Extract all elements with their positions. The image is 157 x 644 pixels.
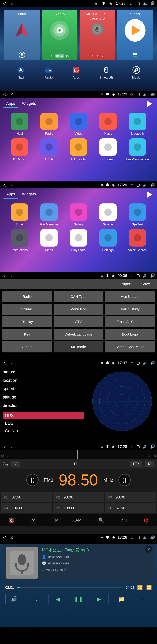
settings-touch-study[interactable]: Touch Study bbox=[105, 304, 155, 315]
home-icon[interactable]: ⌂ bbox=[10, 274, 15, 278]
next-icon[interactable]: ▷ bbox=[66, 54, 69, 58]
play-store-icon[interactable] bbox=[146, 100, 154, 108]
settings-key[interactable]: Key bbox=[2, 329, 52, 340]
home-icon[interactable]: ⌂ bbox=[10, 361, 15, 365]
brightness-icon[interactable]: ☼ bbox=[130, 92, 134, 96]
seek-down-button[interactable]: |⟨ bbox=[26, 474, 38, 486]
scale-marker[interactable] bbox=[77, 450, 78, 459]
volume-down-icon[interactable]: 🔉 bbox=[143, 535, 148, 540]
save-button[interactable]: Save bbox=[138, 280, 154, 288]
shuffle-icon[interactable]: 🔀 bbox=[137, 585, 143, 590]
brightness-icon[interactable]: ☼ bbox=[130, 274, 134, 278]
gps-system-galileo[interactable]: Galileo bbox=[3, 427, 84, 435]
app-settings[interactable]: Settings bbox=[94, 229, 121, 252]
volume-up-icon[interactable]: 🔊 bbox=[150, 92, 155, 96]
app-music[interactable]: Music bbox=[94, 113, 121, 136]
tab-widgets[interactable]: Widgets bbox=[19, 190, 38, 198]
app-chrome[interactable]: Chrome bbox=[94, 138, 121, 161]
play-store-icon[interactable] bbox=[146, 191, 154, 198]
band-button[interactable]: BAND bbox=[55, 54, 64, 58]
app-apkinstaller[interactable]: ApkInstaller bbox=[65, 138, 92, 161]
app-gallery[interactable]: Gallery bbox=[65, 204, 92, 226]
dock-music[interactable]: Music bbox=[132, 66, 140, 81]
app-file-manager[interactable]: File Manager bbox=[36, 204, 62, 226]
screen-off-icon[interactable]: ▢ bbox=[136, 535, 140, 540]
settings-mcu-update[interactable]: Mcu Update bbox=[105, 291, 155, 302]
app-gpstest[interactable]: GpsTest bbox=[124, 204, 151, 226]
prev-icon[interactable]: ◁ bbox=[50, 54, 53, 58]
home-icon[interactable]: ⌂ bbox=[10, 444, 15, 449]
settings-atv[interactable]: ATV bbox=[54, 316, 104, 327]
close-button[interactable]: ✕ bbox=[145, 546, 152, 553]
home-icon[interactable]: ⌂ bbox=[10, 92, 15, 96]
settings-radio[interactable]: Radio bbox=[2, 291, 52, 302]
back-icon[interactable]: ◁ bbox=[2, 535, 7, 540]
dock-radio[interactable]: Radio bbox=[44, 66, 53, 81]
volume-down-icon[interactable]: 🔉 bbox=[143, 183, 148, 187]
app-voice-search[interactable]: Voice Search bbox=[124, 229, 151, 252]
radio-card[interactable]: Radio ◁ BAND ▷ bbox=[42, 10, 78, 60]
dock-apps[interactable]: E5 Apps bbox=[72, 66, 80, 81]
app-maps[interactable]: Maps bbox=[36, 229, 62, 252]
back-icon[interactable]: ◁ bbox=[2, 274, 7, 278]
screen-off-icon[interactable]: ▢ bbox=[136, 444, 140, 449]
power-icon[interactable]: ⏻ bbox=[144, 517, 149, 523]
home-icon[interactable]: ⌂ bbox=[10, 1, 15, 6]
brightness-icon[interactable]: ☼ bbox=[130, 444, 134, 449]
back-icon[interactable]: ◁ bbox=[2, 183, 7, 187]
navi-card[interactable]: Navi bbox=[4, 10, 40, 60]
pin-icon[interactable] bbox=[19, 52, 25, 58]
settings-display[interactable]: Display bbox=[2, 316, 52, 327]
app-navi[interactable]: Navi bbox=[6, 113, 33, 136]
settings-menu-icon[interactable]: Menu Icon bbox=[54, 304, 104, 315]
settings-screen-shot-mode[interactable]: Screen Shot Mode bbox=[105, 341, 155, 352]
app-easyconnection[interactable]: EasyConnection bbox=[124, 138, 151, 161]
pty-button[interactable]: PTY bbox=[130, 461, 142, 467]
screen-off-icon[interactable]: ▢ bbox=[136, 183, 140, 187]
volume-up-icon[interactable]: 🔊 bbox=[150, 361, 155, 365]
brightness-icon[interactable]: ☼ bbox=[130, 361, 134, 365]
music-prev-icon[interactable]: |◁ bbox=[90, 54, 94, 58]
fm-button[interactable]: FM bbox=[53, 518, 59, 522]
app-av-in[interactable]: AV_IN bbox=[36, 138, 62, 161]
brightness-icon[interactable]: ☼ bbox=[128, 1, 133, 6]
video-list-icon[interactable] bbox=[132, 52, 138, 58]
back-icon[interactable]: ◁ bbox=[2, 444, 7, 449]
rds-icon[interactable]: ⇆RDS bbox=[3, 461, 8, 466]
volume-up-icon[interactable]: 🔊 bbox=[150, 274, 155, 278]
frequency-scale[interactable]: 87.50 108.00 bbox=[0, 450, 157, 459]
gps-system-gps[interactable]: GPS bbox=[3, 412, 84, 420]
preset-p2[interactable]: P290.00 bbox=[53, 492, 104, 502]
tab-widgets[interactable]: Widgets bbox=[19, 100, 38, 108]
repeat-icon[interactable]: 🔁 bbox=[146, 585, 152, 590]
settings-can-type[interactable]: CAN Type bbox=[54, 291, 104, 302]
app-google[interactable]: Google bbox=[94, 204, 121, 226]
am-button[interactable]: AM bbox=[75, 518, 82, 522]
volume-up-icon[interactable]: 🔊 bbox=[150, 183, 155, 187]
volume-down-icon[interactable]: 🔉 bbox=[143, 1, 148, 6]
dock-navi[interactable]: Navi bbox=[16, 66, 25, 81]
preset-p5[interactable]: P5108.00 bbox=[53, 503, 104, 513]
volume-down-icon[interactable]: 🔉 bbox=[143, 274, 148, 278]
dock-bluetooth[interactable]: Bluetooth bbox=[100, 66, 113, 81]
progress-bar[interactable] bbox=[17, 587, 123, 588]
volume-up-icon[interactable]: 🔊 bbox=[150, 444, 155, 449]
app-instructions[interactable]: Instructions bbox=[6, 229, 33, 252]
video-card[interactable]: Video bbox=[117, 10, 153, 60]
screen-off-icon[interactable]: ▢ bbox=[136, 1, 140, 6]
next-button[interactable]: ▶| bbox=[91, 594, 109, 604]
folder-button[interactable]: 📁 bbox=[113, 594, 130, 604]
preset-p4[interactable]: P4106.00 bbox=[1, 503, 52, 513]
volume-up-icon[interactable]: 🔊 bbox=[150, 535, 155, 540]
preset-p6[interactable]: P687.50 bbox=[105, 503, 156, 513]
settings-others[interactable]: Others bbox=[2, 341, 52, 352]
app-bt-music[interactable]: BT Music bbox=[6, 138, 33, 161]
search-icon[interactable]: 🔍 bbox=[98, 517, 104, 523]
music-next-icon[interactable]: ▷| bbox=[101, 54, 104, 58]
back-icon[interactable]: ◁ bbox=[2, 361, 7, 365]
app-bluetooth[interactable]: Bluetooth bbox=[124, 113, 151, 136]
volume-down-icon[interactable]: 🔉 bbox=[143, 361, 148, 365]
volume-down-icon[interactable]: 🔉 bbox=[143, 92, 148, 96]
app-email[interactable]: Email bbox=[6, 204, 33, 226]
app-video[interactable]: Video bbox=[65, 113, 92, 136]
